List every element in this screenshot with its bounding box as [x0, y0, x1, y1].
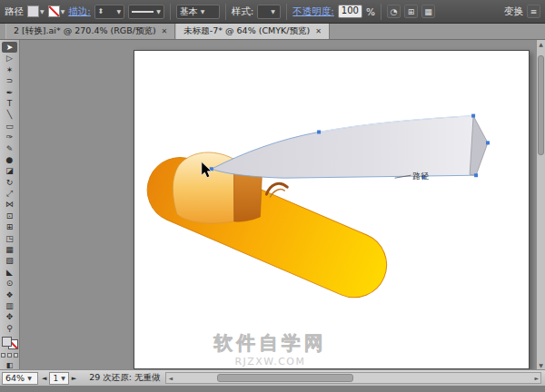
scroll-left-icon[interactable]: ◄ — [166, 375, 174, 381]
scroll-down-icon[interactable]: ▼ — [539, 361, 543, 369]
opacity-unit-label: % — [366, 6, 375, 17]
stroke-none-icon — [48, 5, 60, 17]
brush-definition-value: 基本 — [180, 5, 198, 18]
close-icon[interactable]: ✕ — [315, 27, 322, 35]
horizontal-scrollbar[interactable]: ◄ ► — [165, 372, 541, 384]
fill-stroke-widget[interactable] — [2, 337, 18, 349]
pencil-tool[interactable]: ✎ — [0, 143, 19, 154]
scroll-right-icon[interactable]: ► — [532, 375, 540, 381]
style-select[interactable]: ▼ — [257, 5, 281, 19]
recolor-artwork-icon[interactable]: ◔ — [387, 5, 401, 18]
rectangle-tool[interactable]: ▭ — [0, 121, 19, 132]
symbol-sprayer-tool[interactable]: ❖ — [0, 289, 19, 300]
tab-label: 2 [转换].ai* @ 270.4% (RGB/预览) — [14, 25, 156, 37]
width-profile-select[interactable]: ▼ — [128, 5, 164, 19]
tools-panel: ➤▷✶⊃✒T╲▭✑✎●◪↻⤢⋈⊡⊞◳▦▧◣⊙❖▥✥⚲ ◧ — [0, 40, 20, 369]
chevron-down-icon: ▼ — [61, 8, 65, 15]
brush-definition-select[interactable]: 基本 ▼ — [176, 5, 220, 19]
artboard[interactable]: 路径 软件自学网 RJZXW.COM — [134, 50, 530, 369]
eraser-tool[interactable]: ◪ — [0, 165, 19, 176]
chevron-down-icon: ▼ — [27, 375, 32, 381]
zoom-tool[interactable]: ⚲ — [0, 323, 19, 334]
anchor-point[interactable] — [474, 173, 478, 177]
pen-tool[interactable]: ✒ — [0, 87, 19, 98]
next-artboard-button[interactable]: ► — [72, 375, 76, 382]
tab-label: 未标题-7* @ 64% (CMYK/预览) — [183, 25, 310, 37]
divider — [286, 4, 287, 20]
opacity-link[interactable]: 不透明度: — [292, 5, 334, 18]
chevron-down-icon: ▼ — [40, 8, 45, 15]
anchor-point[interactable] — [471, 114, 475, 118]
window-edge — [0, 386, 545, 392]
stroke-panel-link[interactable]: 描边: — [68, 5, 91, 18]
opacity-input[interactable]: 100 — [338, 5, 362, 18]
chevron-down-icon: ▼ — [156, 8, 161, 15]
chevron-down-icon: ▼ — [271, 8, 275, 15]
color-mode-button[interactable] — [1, 353, 5, 358]
none-mode-button[interactable] — [14, 353, 18, 358]
scroll-up-icon[interactable]: ▲ — [539, 40, 543, 48]
stroke-color-swatch[interactable]: ▼ — [48, 5, 65, 17]
selection-tool[interactable]: ➤ — [2, 42, 17, 53]
stroke-weight-select[interactable]: ⬍ ▼ — [94, 5, 124, 19]
blend-tool[interactable]: ⊙ — [0, 278, 19, 289]
line-segment-tool[interactable]: ╲ — [0, 109, 19, 120]
align-panel-icon[interactable]: ⊞ — [404, 5, 418, 18]
screen-mode-button[interactable]: ◧ — [6, 361, 14, 369]
transform-link[interactable]: 变换 — [504, 5, 523, 18]
gradient-tool[interactable]: ▧ — [0, 255, 19, 266]
vertical-scrollbar[interactable]: ▲ ▼ — [536, 40, 545, 369]
divider — [381, 4, 382, 20]
paintbrush-tool[interactable]: ✑ — [0, 132, 19, 142]
fill-color-icon — [27, 5, 39, 17]
eyedropper-tool[interactable]: ◣ — [0, 267, 19, 278]
anchor-point[interactable] — [317, 131, 321, 134]
watermark-title: 软件自学网 — [213, 332, 326, 354]
watermark-subtitle: RJZXW.COM — [234, 356, 305, 368]
perspective-grid-tool[interactable]: ◳ — [0, 233, 19, 244]
shape-builder-tool[interactable]: ⊞ — [0, 221, 19, 232]
rotate-tool[interactable]: ↻ — [0, 177, 19, 188]
scale-tool[interactable]: ⤢ — [0, 188, 19, 199]
fill-color-swatch[interactable]: ▼ — [27, 5, 45, 17]
vscroll-thumb[interactable] — [538, 55, 544, 155]
history-status-text: 29 次还原: 无重做 — [89, 372, 160, 384]
column-graph-tool[interactable]: ▥ — [0, 300, 19, 311]
document-tab-untitled[interactable]: 未标题-7* @ 64% (CMYK/预览) ✕ — [175, 24, 330, 39]
lasso-tool[interactable]: ⊃ — [0, 75, 19, 86]
hscroll-track[interactable] — [174, 373, 532, 383]
panel-menu-icon[interactable]: ≡ — [527, 5, 540, 18]
close-icon[interactable]: ✕ — [162, 27, 168, 35]
magic-wand-tool[interactable]: ✶ — [0, 64, 19, 75]
type-tool[interactable]: T — [0, 98, 19, 109]
fill-swatch[interactable] — [2, 337, 12, 347]
document-tab-bar: 2 [转换].ai* @ 270.4% (RGB/预览) ✕ 未标题-7* @ … — [0, 24, 545, 40]
zoom-value: 64% — [5, 373, 25, 383]
artwork-canvas[interactable]: 路径 软件自学网 RJZXW.COM — [134, 51, 529, 368]
pasteboard[interactable]: 路径 软件自学网 RJZXW.COM — [20, 40, 536, 369]
spinner-icon: ⬍ — [98, 7, 104, 15]
hand-tool[interactable]: ✥ — [0, 311, 19, 322]
direct-selection-tool[interactable]: ▷ — [0, 53, 19, 64]
artboard-number: 1 — [53, 374, 58, 383]
zoom-level-select[interactable]: 64% ▼ — [2, 372, 38, 385]
hscroll-thumb[interactable] — [217, 374, 353, 382]
uniform-profile-icon — [132, 11, 154, 13]
path-annotation-label: 路径 — [412, 172, 429, 181]
artboard-navigation: ◄ 1 ▼ ► — [42, 372, 76, 385]
document-tab-converted[interactable]: 2 [转换].ai* @ 270.4% (RGB/预览) ✕ — [5, 24, 175, 39]
artboard-number-select[interactable]: 1 ▼ — [49, 372, 68, 385]
gradient-mode-button[interactable] — [7, 353, 12, 358]
document-grid-icon[interactable]: ▦ — [421, 5, 435, 18]
blade-shape[interactable] — [212, 116, 478, 179]
mesh-tool[interactable]: ▦ — [0, 244, 19, 255]
width-tool[interactable]: ⋈ — [0, 199, 19, 210]
anchor-point[interactable] — [486, 141, 490, 144]
selection-type-label: 路径 — [5, 5, 24, 18]
free-transform-tool[interactable]: ⊡ — [0, 211, 19, 221]
blob-brush-tool[interactable]: ● — [0, 154, 19, 165]
workspace: ➤▷✶⊃✒T╲▭✑✎●◪↻⤢⋈⊡⊞◳▦▧◣⊙❖▥✥⚲ ◧ — [0, 40, 545, 369]
vscroll-track[interactable] — [537, 48, 545, 361]
paint-mode-buttons — [1, 353, 18, 358]
previous-artboard-button[interactable]: ◄ — [42, 375, 46, 382]
